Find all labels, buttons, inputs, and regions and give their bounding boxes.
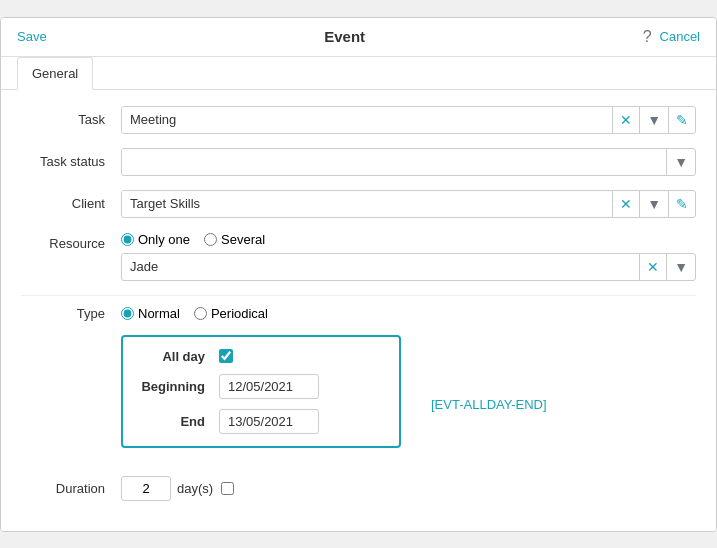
allday-label: All day <box>139 349 219 364</box>
end-value <box>219 409 319 434</box>
duration-checkbox[interactable] <box>221 482 234 495</box>
allday-box-wrap: All day Beginning End <box>121 335 547 462</box>
resource-several-input[interactable] <box>204 233 217 246</box>
allday-section-row: All day Beginning End <box>21 335 696 462</box>
task-dropdown-button[interactable]: ▼ <box>639 107 668 133</box>
type-periodical-radio[interactable]: Periodical <box>194 306 268 321</box>
titlebar-right: ? Cancel <box>643 28 700 46</box>
main-window: Save Event ? Cancel General Task ✕ ▼ ✎ <box>0 17 717 532</box>
resource-several-label: Several <box>221 232 265 247</box>
duration-label: Duration <box>21 481 121 496</box>
task-status-label: Task status <box>21 154 121 169</box>
client-control: ✕ ▼ ✎ <box>121 190 696 218</box>
client-input-group: ✕ ▼ ✎ <box>121 190 696 218</box>
end-label: End <box>139 414 219 429</box>
task-input-group: ✕ ▼ ✎ <box>121 106 696 134</box>
type-periodical-label: Periodical <box>211 306 268 321</box>
allday-row: All day <box>139 349 383 364</box>
page-title: Event <box>324 28 365 45</box>
resource-input-group: ✕ ▼ <box>121 253 696 281</box>
type-periodical-input[interactable] <box>194 307 207 320</box>
save-button[interactable]: Save <box>17 29 47 44</box>
task-row: Task ✕ ▼ ✎ <box>21 106 696 134</box>
resource-dropdown-button[interactable]: ▼ <box>666 254 695 280</box>
form-content: Task ✕ ▼ ✎ Task status ▼ Clien <box>1 90 716 531</box>
client-row: Client ✕ ▼ ✎ <box>21 190 696 218</box>
type-row: Type Normal Periodical <box>21 306 696 321</box>
client-edit-button[interactable]: ✎ <box>668 191 695 217</box>
resource-inputs: Only one Several ✕ ▼ <box>121 232 696 281</box>
client-clear-button[interactable]: ✕ <box>612 191 639 217</box>
allday-box: All day Beginning End <box>121 335 401 448</box>
type-radio-group: Normal Periodical <box>121 306 696 321</box>
resource-only-one-radio[interactable]: Only one <box>121 232 190 247</box>
type-normal-label: Normal <box>138 306 180 321</box>
divider-1 <box>21 295 696 296</box>
resource-only-one-input[interactable] <box>121 233 134 246</box>
resource-input[interactable] <box>122 254 639 279</box>
resource-only-one-label: Only one <box>138 232 190 247</box>
task-status-dropdown-button[interactable]: ▼ <box>666 149 695 175</box>
task-status-control: ▼ <box>121 148 696 176</box>
task-status-input-group: ▼ <box>121 148 696 176</box>
duration-days-label: day(s) <box>177 481 213 496</box>
type-label: Type <box>21 306 121 321</box>
task-control: ✕ ▼ ✎ <box>121 106 696 134</box>
task-status-row: Task status ▼ <box>21 148 696 176</box>
end-row: End <box>139 409 383 434</box>
resource-several-radio[interactable]: Several <box>204 232 265 247</box>
duration-row: Duration day(s) <box>21 476 696 501</box>
resource-section: Resource Only one Several ✕ ▼ <box>21 232 696 281</box>
task-input[interactable] <box>122 107 612 132</box>
type-normal-radio[interactable]: Normal <box>121 306 180 321</box>
task-label: Task <box>21 112 121 127</box>
client-dropdown-button[interactable]: ▼ <box>639 191 668 217</box>
client-input[interactable] <box>122 191 612 216</box>
beginning-row: Beginning <box>139 374 383 399</box>
type-normal-input[interactable] <box>121 307 134 320</box>
resource-label: Resource <box>21 232 121 251</box>
beginning-value <box>219 374 319 399</box>
client-label: Client <box>21 196 121 211</box>
tab-bar: General <box>1 57 716 90</box>
resource-clear-button[interactable]: ✕ <box>639 254 666 280</box>
help-icon[interactable]: ? <box>643 28 652 46</box>
duration-control: day(s) <box>121 476 696 501</box>
cancel-button[interactable]: Cancel <box>660 29 700 44</box>
resource-radio-group: Only one Several <box>121 232 696 247</box>
task-clear-button[interactable]: ✕ <box>612 107 639 133</box>
allday-value <box>219 349 233 363</box>
titlebar: Save Event ? Cancel <box>1 18 716 57</box>
duration-input[interactable] <box>121 476 171 501</box>
evt-allday-end-tag: [EVT-ALLDAY-END] <box>431 397 547 412</box>
end-input[interactable] <box>219 409 319 434</box>
allday-checkbox[interactable] <box>219 349 233 363</box>
beginning-input[interactable] <box>219 374 319 399</box>
task-edit-button[interactable]: ✎ <box>668 107 695 133</box>
beginning-label: Beginning <box>139 379 219 394</box>
task-status-input[interactable] <box>122 149 666 174</box>
tab-general[interactable]: General <box>17 57 93 90</box>
